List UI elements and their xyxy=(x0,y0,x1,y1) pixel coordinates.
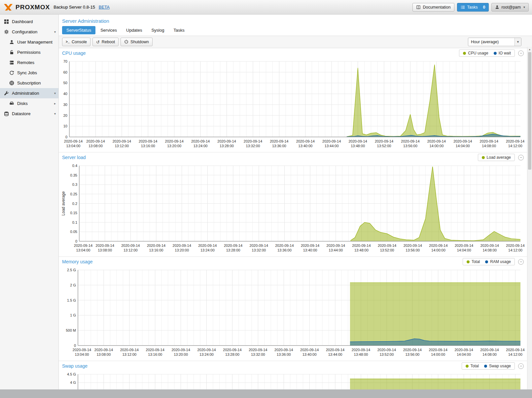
x-tick-time: 14:08:00 xyxy=(482,248,497,252)
collapse-icon[interactable]: − xyxy=(518,155,524,160)
legend-label: Swap usage xyxy=(489,364,511,368)
x-tick-time: 14:12:00 xyxy=(508,352,522,356)
documentation-button[interactable]: Documentation xyxy=(412,3,454,12)
x-tick-date: 2020-09-14 xyxy=(270,139,288,143)
sidebar-item-label: Configuration xyxy=(12,29,37,34)
remotes-icon xyxy=(9,60,14,65)
chart-title: CPU usage xyxy=(62,50,86,56)
x-tick-time: 14:04:00 xyxy=(457,352,471,356)
x-tick-date: 2020-09-14 xyxy=(378,244,396,248)
legend-label: Load average xyxy=(487,155,511,160)
chart-header: CPU usageCPU usageIO wait− xyxy=(59,48,527,58)
x-tick-time: 13:40:00 xyxy=(303,248,317,252)
console-button[interactable]: >_ Console xyxy=(62,38,90,46)
unlock-icon xyxy=(9,50,14,55)
tab-updates[interactable]: Updates xyxy=(122,26,146,34)
caret-right-icon[interactable]: ▸ xyxy=(54,102,56,105)
x-tick-date: 2020-09-14 xyxy=(296,139,315,143)
scrollbar-thumb[interactable] xyxy=(528,52,531,170)
x-tick-time: 13:44:00 xyxy=(325,144,339,148)
sidebar-item-dashboard[interactable]: Dashboard xyxy=(0,17,58,27)
sidebar: DashboardConfiguration▾User ManagementPe… xyxy=(0,15,59,398)
top-bar: PROXMOX Backup Server 0.8-15 BETA Docume… xyxy=(0,0,532,15)
viewport-bottom-strip xyxy=(0,389,532,398)
power-icon xyxy=(124,39,128,45)
caret-down-icon[interactable]: ▾ xyxy=(54,112,56,116)
brand-name: PROXMOX xyxy=(16,4,50,11)
sidebar-item-subscription[interactable]: Subscription xyxy=(0,78,58,88)
collapse-icon[interactable]: − xyxy=(518,259,524,265)
chart-canvas-cpu-usage: 0102030405060702020-09-1413:04:002020-09… xyxy=(61,58,525,152)
reboot-icon: ↺ xyxy=(96,40,100,44)
timeframe-select[interactable]: Hour (average) ▼ xyxy=(468,38,521,46)
legend-item-load-average[interactable]: Load average xyxy=(482,155,511,160)
y-tick-label: 2 G xyxy=(70,283,76,287)
x-tick-time: 13:28:00 xyxy=(226,248,240,252)
vertical-scrollbar[interactable]: ▲ xyxy=(527,47,532,398)
legend-dot-icon xyxy=(485,260,488,263)
x-tick-date: 2020-09-14 xyxy=(453,139,472,143)
legend-item-total[interactable]: Total xyxy=(467,259,480,264)
sidebar-item-administration[interactable]: Administration▾ xyxy=(0,88,58,98)
x-tick-date: 2020-09-14 xyxy=(429,348,447,352)
tab-services[interactable]: Services xyxy=(96,26,121,34)
beta-link[interactable]: BETA xyxy=(99,5,110,10)
sidebar-item-remotes[interactable]: Remotes xyxy=(0,57,58,68)
chevron-down-icon: ▾ xyxy=(523,5,525,9)
x-tick-date: 2020-09-14 xyxy=(352,348,370,352)
chart-panel-memory-usage: Memory usageTotalRAM usage−0500 M1 G1.5 … xyxy=(59,257,527,361)
caret-down-icon[interactable]: ▾ xyxy=(54,30,56,34)
user-icon xyxy=(495,5,499,9)
tasks-button[interactable]: Tasks 0 xyxy=(457,3,489,12)
y-tick-label: 0.4 xyxy=(72,164,77,168)
y-tick-label: 0.05 xyxy=(70,230,77,234)
x-tick-date: 2020-09-14 xyxy=(249,348,267,352)
x-tick-date: 2020-09-14 xyxy=(217,139,236,143)
sidebar-item-disks[interactable]: Disks▸ xyxy=(0,98,58,109)
chart-title: Server load xyxy=(62,155,86,160)
sidebar-item-datastore[interactable]: Datastore▾ xyxy=(0,109,58,119)
x-tick-date: 2020-09-14 xyxy=(250,244,268,248)
scroll-up-icon[interactable]: ▲ xyxy=(527,47,532,52)
x-tick-time: 13:04:00 xyxy=(76,248,90,252)
y-tick-label: 0.3 xyxy=(72,182,77,186)
x-tick-time: 13:48:00 xyxy=(354,352,368,356)
x-tick-time: 13:32:00 xyxy=(246,144,260,148)
user-menu-button[interactable]: root@pam ▾ xyxy=(491,3,529,12)
sidebar-item-sync-jobs[interactable]: Sync Jobs xyxy=(0,68,58,78)
sidebar-item-configuration[interactable]: Configuration▾ xyxy=(0,27,58,37)
x-tick-date: 2020-09-14 xyxy=(275,244,294,248)
x-tick-date: 2020-09-14 xyxy=(375,139,393,143)
tab-tasks[interactable]: Tasks xyxy=(169,26,189,34)
sidebar-item-user-management[interactable]: User Management xyxy=(0,37,58,47)
legend-item-total[interactable]: Total xyxy=(466,364,479,368)
reboot-button[interactable]: ↺ Reboot xyxy=(92,38,119,46)
legend-item-io-wait[interactable]: IO wait xyxy=(494,51,511,55)
legend-item-swap-usage[interactable]: Swap usage xyxy=(484,364,511,368)
legend-label: CPU usage xyxy=(468,51,488,55)
x-tick-date: 2020-09-14 xyxy=(94,348,113,352)
collapse-icon[interactable]: − xyxy=(518,50,524,56)
x-tick-date: 2020-09-14 xyxy=(300,348,319,352)
caret-down-icon[interactable]: ▾ xyxy=(54,91,56,95)
y-axis-title: Load average xyxy=(61,191,66,216)
legend-item-ram-usage[interactable]: RAM usage xyxy=(485,259,511,264)
legend-dot-icon xyxy=(463,52,466,55)
legend-item-cpu-usage[interactable]: CPU usage xyxy=(463,51,488,55)
select-trigger-icon[interactable]: ▼ xyxy=(514,38,521,46)
collapse-icon[interactable]: − xyxy=(518,363,524,369)
x-tick-time: 13:24:00 xyxy=(194,144,208,148)
book-icon xyxy=(416,5,421,10)
brand: PROXMOX Backup Server 0.8-15 BETA xyxy=(3,3,110,11)
tab-syslog[interactable]: Syslog xyxy=(147,26,168,34)
x-tick-time: 13:56:00 xyxy=(403,144,417,148)
chart-panel-server-load: Server loadLoad average−00.050.10.150.20… xyxy=(59,152,527,257)
sidebar-item-permissions[interactable]: Permissions xyxy=(0,47,58,57)
x-tick-date: 2020-09-14 xyxy=(480,139,498,143)
x-tick-time: 13:56:00 xyxy=(405,352,419,356)
shutdown-button[interactable]: Shutdown xyxy=(121,38,153,46)
sidebar-item-label: Datastore xyxy=(12,111,30,116)
x-tick-date: 2020-09-14 xyxy=(198,244,217,248)
chart-title: Memory usage xyxy=(62,259,93,264)
tab-serverstatus[interactable]: ServerStatus xyxy=(62,26,95,34)
